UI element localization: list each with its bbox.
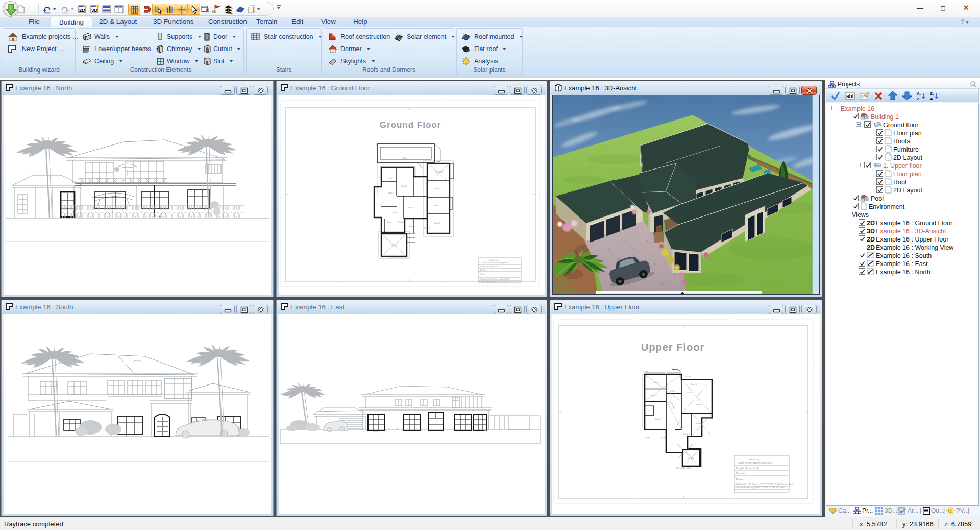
svg-text:9das.*1: 9das.*1 [424, 227, 430, 229]
svg-text:Raum 1: Raum 1 [651, 395, 657, 397]
svg-text:9das.1s: 9das.1s [391, 245, 397, 247]
svg-text:Raum 7: Raum 7 [653, 382, 659, 384]
svg-text:Letzte Änderung 24.01.2018 13:: Letzte Änderung 24.01.2018 13:50:12 dash [736, 486, 785, 489]
svg-text:9das.*.b: 9das.*.b [408, 207, 414, 209]
svg-text:Nicht für den Bau freigegeben.: Nicht für den Bau freigegeben. [482, 261, 509, 264]
svg-text:Z.: Z. [930, 91, 934, 96]
svg-text:Vorabzug !: Vorabzug ! [749, 457, 761, 461]
svg-text:9das.2: 9das.2 [434, 205, 439, 207]
svg-text:Nicht für den Bau freigegeben.: Nicht für den Bau freigegeben. [738, 461, 773, 464]
svg-text:Planer:: Planer: [480, 273, 486, 275]
svg-text:Bauherr:: Bauherr: [736, 472, 746, 475]
svg-text:2.23 m: 2.23 m [670, 390, 676, 392]
svg-text:9das.*.b: 9das.*.b [434, 222, 440, 224]
svg-text:Letzte Änderung 24.01.2018: Letzte Änderung 24.01.2018 [480, 280, 506, 283]
svg-text:9das.1s: 9das.1s [409, 225, 415, 227]
svg-text:9das.bw: 9das.bw [398, 221, 405, 223]
svg-text:0.45 m: 0.45 m [687, 392, 692, 394]
svg-text:RmB 29kd: RmB 29kd [435, 171, 443, 173]
svg-text:Raum 4: Raum 4 [696, 423, 702, 425]
svg-text:Raum 8: Raum 8 [655, 418, 661, 420]
svg-text:Z: Z [917, 97, 919, 101]
svg-text:Raum 3: Raum 3 [688, 457, 694, 460]
svg-text:9das.s: 9das.s [387, 221, 392, 223]
svg-text:9das.c: 9das.c [393, 212, 398, 214]
svg-text:Projekt: Example 16: Projekt: Example 16 [480, 265, 499, 268]
svg-text:2.82 m: 2.82 m [660, 437, 665, 439]
svg-text:Bdas.*: Bdas.* [403, 157, 408, 159]
svg-text:Planer:: Planer: [736, 478, 744, 481]
svg-text:A: A [930, 97, 933, 101]
svg-text:9das.3: 9das.3 [388, 192, 394, 194]
svg-text:Bauherr:: Bauherr: [480, 269, 487, 271]
svg-text:3D: 3D [91, 7, 97, 13]
svg-text:Raum 6: Raum 6 [691, 384, 697, 386]
svg-text:0.00 m: 0.00 m [685, 376, 691, 378]
svg-text:Projekt: Example 16: Projekt: Example 16 [736, 467, 759, 470]
svg-text:Ground Floor: Ground Floor [380, 120, 442, 130]
svg-text:abl: abl [846, 93, 854, 99]
svg-text:A.: A. [917, 91, 921, 96]
svg-text:0.82 m: 0.82 m [644, 371, 649, 373]
svg-text:2D: 2D [79, 7, 85, 13]
svg-text:9das.*.b: 9das.*.b [401, 185, 407, 187]
svg-text:Upper Floor: Upper Floor [641, 342, 704, 353]
svg-text:0.82 m 0.82 m 0.82 m: 0.82 m 0.82 m 0.82 m [676, 467, 692, 469]
svg-text:2.82 m: 2.82 m [645, 437, 650, 439]
svg-text:9das.*.b: 9das.*.b [434, 188, 440, 190]
svg-text:9das.*: 9das.* [388, 178, 394, 180]
svg-text:Raum 3: Raum 3 [683, 433, 690, 436]
svg-text:Raum 9: Raum 9 [696, 404, 702, 406]
